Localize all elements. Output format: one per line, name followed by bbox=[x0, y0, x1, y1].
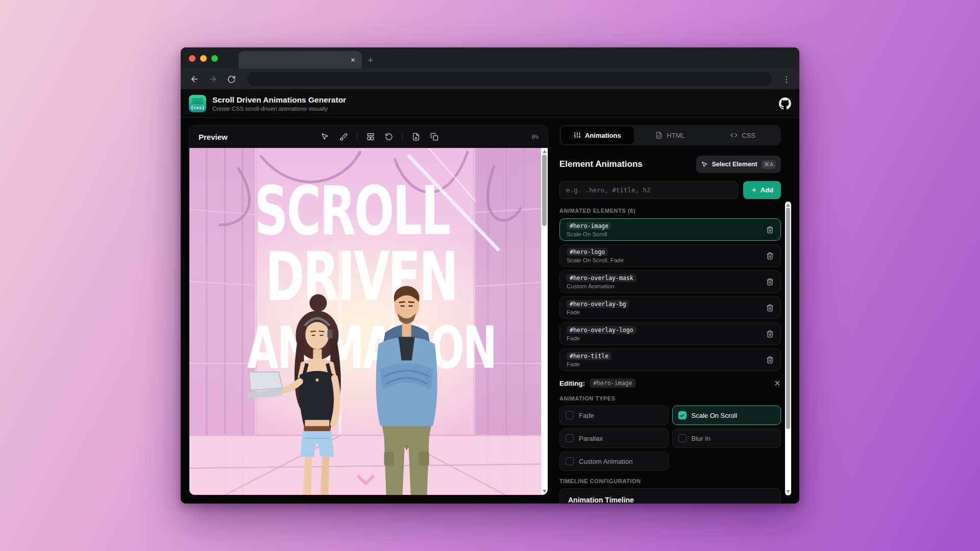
animation-types-grid: Fade Scale On Scroll Parallax Blur In bbox=[559, 406, 781, 471]
delete-element-icon[interactable] bbox=[766, 252, 774, 260]
pointer-tool-icon[interactable] bbox=[318, 130, 332, 144]
scroll-up-icon[interactable] bbox=[786, 204, 790, 207]
traffic-lights bbox=[181, 47, 226, 69]
scroll-down-icon[interactable] bbox=[543, 490, 547, 493]
element-row[interactable]: #hero-overlay-logo Fade bbox=[559, 322, 781, 345]
element-selector: #hero-overlay-mask bbox=[567, 274, 636, 282]
type-fade[interactable]: Fade bbox=[559, 406, 669, 425]
scroll-up-icon[interactable] bbox=[543, 150, 547, 153]
tab-label: CSS bbox=[742, 132, 755, 139]
app-titleblock: Scroll Driven Animations Generator Creat… bbox=[212, 95, 346, 112]
editing-label: Editing: bbox=[559, 380, 585, 387]
editing-selector: #hero-image bbox=[590, 379, 635, 388]
panel-scrollbar[interactable] bbox=[785, 202, 791, 495]
browser-tabstrip bbox=[181, 47, 799, 69]
address-bar[interactable] bbox=[247, 72, 772, 86]
close-window-button[interactable] bbox=[189, 55, 195, 62]
layout-tool-icon[interactable] bbox=[363, 130, 378, 144]
toolbar-divider bbox=[357, 132, 357, 141]
export-file-icon[interactable] bbox=[409, 130, 423, 144]
tab-close-icon[interactable] bbox=[350, 57, 356, 63]
preview-scrollbar[interactable] bbox=[541, 148, 548, 495]
type-label: Blur In bbox=[692, 435, 711, 442]
app-subtitle: Create CSS scroll-driven animations visu… bbox=[212, 106, 346, 112]
app-logo-icon: {css} bbox=[189, 95, 206, 112]
reload-icon[interactable] bbox=[224, 71, 239, 87]
panel-scroll-thumb[interactable] bbox=[786, 208, 790, 429]
tab-label: Animations bbox=[585, 132, 621, 139]
element-animations: Fade bbox=[567, 309, 629, 315]
checkbox[interactable] bbox=[566, 411, 574, 419]
timeline-configuration-label: TIMELINE CONFIGURATION bbox=[559, 478, 781, 484]
element-info: #hero-logo Scale On Scroll, Fade bbox=[567, 248, 624, 263]
element-animations: Scale On Scroll bbox=[567, 231, 611, 237]
preview-illustration: SCROLL DRIVEN ANIMATION bbox=[189, 148, 541, 495]
delete-element-icon[interactable] bbox=[766, 278, 774, 286]
browser-menu-icon[interactable]: ⋮ bbox=[780, 74, 793, 84]
plus-icon bbox=[751, 187, 757, 193]
delete-element-icon[interactable] bbox=[766, 330, 774, 338]
checkbox-checked[interactable] bbox=[678, 411, 687, 419]
type-label: Custom Animation bbox=[579, 458, 633, 465]
type-parallax[interactable]: Parallax bbox=[559, 429, 669, 448]
desktop: { "colors": { "accent": "#10b981", "acce… bbox=[0, 0, 980, 551]
type-label: Parallax bbox=[579, 435, 603, 442]
brush-tool-icon[interactable] bbox=[336, 130, 351, 144]
scroll-down-icon[interactable] bbox=[786, 490, 790, 493]
toolbar-divider bbox=[402, 132, 403, 141]
preview-toolbar: Preview bbox=[189, 126, 548, 148]
section-heading: Element Animations bbox=[559, 159, 643, 169]
code-icon bbox=[730, 132, 738, 139]
copy-icon[interactable] bbox=[427, 130, 442, 144]
hero-line-3: ANIMATION bbox=[247, 313, 496, 381]
tab-animations[interactable]: Animations bbox=[561, 127, 634, 144]
minimize-window-button[interactable] bbox=[200, 55, 207, 62]
maximize-window-button[interactable] bbox=[211, 55, 218, 62]
back-icon[interactable] bbox=[187, 71, 202, 87]
element-info: #hero-title Fade bbox=[567, 352, 611, 367]
checkbox[interactable] bbox=[678, 434, 687, 442]
element-animations: Fade bbox=[567, 361, 611, 367]
element-info: #hero-image Scale On Scroll bbox=[567, 222, 611, 237]
element-info: #hero-overlay-mask Custom Animation bbox=[567, 274, 636, 289]
element-row[interactable]: #hero-image Scale On Scroll bbox=[559, 218, 781, 241]
app-title: Scroll Driven Animations Generator bbox=[212, 95, 346, 105]
element-row[interactable]: #hero-logo Scale On Scroll, Fade bbox=[559, 244, 781, 267]
element-animations: Custom Animation bbox=[567, 283, 636, 289]
element-row[interactable]: #hero-title Fade bbox=[559, 348, 781, 371]
element-animations: Fade bbox=[567, 335, 636, 341]
delete-element-icon[interactable] bbox=[766, 226, 774, 234]
browser-navbar: ⋮ bbox=[181, 69, 799, 89]
preview-viewport: SCROLL DRIVEN ANIMATION bbox=[189, 148, 548, 495]
forward-icon[interactable] bbox=[205, 71, 220, 87]
checkbox[interactable] bbox=[566, 457, 574, 465]
app-header: {css} Scroll Driven Animations Generator… bbox=[181, 89, 799, 118]
delete-element-icon[interactable] bbox=[766, 356, 774, 364]
browser-tab[interactable] bbox=[238, 51, 362, 69]
type-scale-on-scroll[interactable]: Scale On Scroll bbox=[672, 406, 781, 425]
new-tab-button[interactable] bbox=[362, 51, 379, 69]
add-label: Add bbox=[761, 186, 773, 194]
close-editing-icon[interactable] bbox=[774, 380, 781, 387]
element-row[interactable]: #hero-overlay-bg Fade bbox=[559, 296, 781, 319]
pointer-icon bbox=[701, 161, 708, 168]
logo-text: {css} bbox=[190, 105, 204, 110]
element-row[interactable]: #hero-overlay-mask Custom Animation bbox=[559, 270, 781, 293]
select-element-button[interactable]: Select Element ⌘A bbox=[696, 156, 781, 173]
tab-css[interactable]: CSS bbox=[706, 127, 779, 144]
tab-html[interactable]: HTML bbox=[634, 127, 707, 144]
delete-element-icon[interactable] bbox=[766, 304, 774, 312]
preview-scroll-thumb[interactable] bbox=[542, 155, 547, 226]
add-element-button[interactable]: Add bbox=[743, 181, 781, 199]
type-blur-in[interactable]: Blur In bbox=[672, 429, 781, 448]
tab-label: HTML bbox=[667, 132, 684, 139]
type-custom-animation[interactable]: Custom Animation bbox=[559, 452, 669, 471]
github-icon[interactable] bbox=[779, 97, 791, 110]
element-selector: #hero-overlay-bg bbox=[567, 300, 629, 308]
reset-rotate-icon[interactable] bbox=[382, 130, 396, 144]
animated-elements-label: ANIMATED ELEMENTS (6) bbox=[559, 208, 781, 214]
element-animations: Scale On Scroll, Fade bbox=[567, 257, 624, 263]
selector-input[interactable] bbox=[559, 181, 738, 199]
checkbox[interactable] bbox=[566, 434, 574, 442]
type-label: Scale On Scroll bbox=[692, 412, 738, 419]
